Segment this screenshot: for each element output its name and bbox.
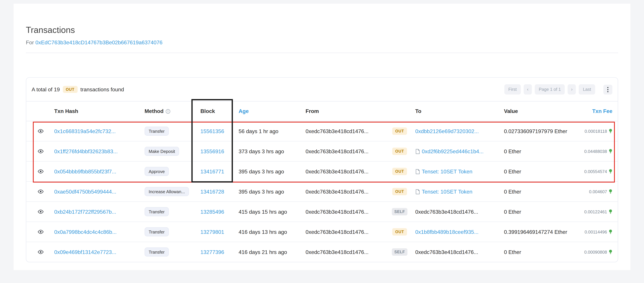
txn-hash-link[interactable]: 0xae50df4750b5499444... (54, 188, 116, 195)
method-badge: Transfer (144, 227, 169, 236)
method-badge: Transfer (144, 247, 169, 257)
document-icon (415, 169, 420, 174)
card-header: A total of 19 OUT transactions found Fir… (26, 78, 618, 102)
pagination-next-button[interactable]: › (568, 84, 576, 95)
info-circle-icon[interactable] (166, 109, 170, 114)
transactions-card: A total of 19 OUT transactions found Fir… (26, 77, 618, 262)
from-address: 0xedc763b3e418cd1476... (306, 229, 368, 235)
value-text: 0.027336097197979 Ether (504, 128, 567, 134)
kebab-menu-icon (607, 87, 609, 92)
view-transaction-button[interactable] (36, 168, 45, 175)
account-address-link[interactable]: 0xEdC763b3e418cD14767b3Be02b667619a63740… (36, 40, 162, 46)
direction-badge: OUT (392, 228, 407, 235)
header-age-sort-link[interactable]: Age (234, 108, 303, 114)
age-text: 416 days 13 hrs ago (239, 229, 287, 235)
eye-icon (38, 229, 44, 234)
green-bulb-icon (608, 129, 612, 134)
table-row: 0x1c668319a54e2fc732... Transfer 1556135… (26, 121, 618, 141)
direction-badge: OUT (392, 148, 407, 155)
page-root: Transactions For 0xEdC763b3e418cD14767b3… (0, 0, 644, 283)
more-options-button[interactable] (604, 84, 612, 94)
to-address-link[interactable]: 0xdbb2126e69d7320302... (415, 128, 479, 134)
document-icon (415, 189, 420, 194)
content-surface: Transactions For 0xEdC763b3e418cD14767b3… (14, 4, 630, 270)
table-row: 0xb24b172f722ff29567b... Transfer 132854… (26, 202, 618, 222)
pagination-prev-button[interactable]: ‹ (524, 84, 532, 95)
page-subtitle: For 0xEdC763b3e418cD14767b3Be02b667619a6… (26, 40, 618, 46)
pagination: First ‹ Page 1 of 1 › Last (504, 84, 612, 95)
view-transaction-button[interactable] (36, 148, 45, 155)
direction-badge: OUT (392, 188, 407, 195)
method-badge: Increase Allowan... (144, 187, 189, 196)
subtitle-prefix: For (26, 40, 34, 46)
table-header-row: Txn Hash Method Block Age From To (26, 102, 618, 121)
value-text: 0 Ether (504, 249, 521, 255)
pagination-first-button[interactable]: First (504, 84, 521, 95)
block-link[interactable]: 13279801 (200, 229, 224, 235)
header-method-label: Method (144, 108, 164, 114)
view-transaction-button[interactable] (36, 128, 45, 134)
page-title: Transactions (26, 25, 618, 35)
block-link[interactable]: 13277396 (200, 249, 224, 255)
from-address: 0xedc763b3e418cd1476... (306, 188, 368, 195)
method-badge: Make Deposit (144, 147, 179, 156)
eye-icon (38, 189, 44, 194)
header-block: Block (196, 108, 234, 114)
page-header: Transactions For 0xEdC763b3e418cD14767b3… (14, 4, 630, 53)
txn-hash-link[interactable]: 0x1ff276fd4bbf32623b83... (54, 148, 118, 154)
age-text: 416 days 21 hrs ago (239, 249, 287, 255)
to-address-link[interactable]: 0xd2f6b9225ed446c1b4... (422, 148, 484, 154)
block-link[interactable]: 13285496 (200, 209, 224, 215)
view-transaction-button[interactable] (36, 229, 45, 235)
view-transaction-button[interactable] (36, 188, 45, 195)
txn-hash-link[interactable]: 0x1c668319a54e2fc732... (54, 128, 116, 134)
txn-hash-link[interactable]: 0x09e469bf13142e7723... (54, 249, 116, 255)
block-link[interactable]: 15561356 (200, 128, 224, 134)
results-summary: A total of 19 OUT transactions found (32, 86, 124, 93)
to-address-link[interactable]: 0xedc763b3e418cd1476... (415, 209, 478, 215)
header-divider (26, 53, 618, 53)
age-text: 56 days 1 hr ago (239, 128, 278, 134)
to-address-link[interactable]: Tenset: 10SET Token (422, 188, 472, 195)
txn-fee-text: 0.004607 (589, 189, 607, 194)
eye-icon (38, 209, 44, 214)
txn-fee-text: 0.00090808 (584, 250, 607, 254)
txn-fee-text: 0.00122461 (584, 209, 607, 214)
header-txn-fee-link[interactable]: Txn Fee (577, 108, 612, 114)
direction-badge: SELF (392, 208, 407, 215)
txn-fee-text: 0.00114496 (585, 229, 607, 234)
summary-suffix-text: transactions found (80, 86, 124, 93)
table-row: 0x054bbb9fbb855bf23f7... Approve 1341677… (26, 161, 618, 182)
value-text: 0 Ether (504, 188, 521, 195)
value-text: 0 Ether (504, 168, 521, 175)
view-transaction-button[interactable] (36, 208, 45, 215)
summary-direction-badge: OUT (63, 86, 78, 93)
to-address-link[interactable]: 0xedc763b3e418cd1476... (415, 249, 478, 255)
age-text: 373 days 3 hrs ago (239, 148, 284, 154)
value-text: 0 Ether (504, 209, 521, 215)
txn-hash-link[interactable]: 0xb24b172f722ff29567b... (54, 209, 116, 215)
txn-hash-link[interactable]: 0x054bbb9fbb855bf23f7... (54, 168, 116, 175)
to-address-link[interactable]: Tenset: 10SET Token (422, 168, 472, 175)
green-bulb-icon (608, 229, 612, 234)
eye-icon (38, 129, 44, 134)
block-link[interactable]: 13556916 (200, 148, 224, 154)
block-link[interactable]: 13416771 (200, 168, 224, 175)
pagination-current-page: Page 1 of 1 (535, 84, 565, 95)
block-link[interactable]: 13416728 (200, 188, 224, 195)
txn-fee-text: 0.00554574 (584, 169, 607, 174)
txn-fee-text: 0.00018118 (585, 129, 607, 134)
table-row: 0x1ff276fd4bbf32623b83... Make Deposit 1… (26, 141, 618, 161)
method-badge: Approve (144, 167, 169, 176)
txn-hash-link[interactable]: 0x0a7998bc4dc4c4c86b... (54, 229, 116, 235)
pagination-last-button[interactable]: Last (579, 84, 595, 95)
from-address: 0xedc763b3e418cd1476... (306, 148, 368, 154)
view-transaction-button[interactable] (36, 249, 45, 255)
to-address-link[interactable]: 0x1b8fbb489b18ceef935... (415, 229, 478, 235)
table-row: 0xae50df4750b5499444... Increase Allowan… (26, 182, 618, 202)
method-badge: Transfer (144, 127, 169, 136)
value-text: 0.399196469147274 Ether (504, 229, 567, 235)
header-to: To (413, 108, 502, 114)
from-address: 0xedc763b3e418cd1476... (306, 249, 368, 255)
from-address: 0xedc763b3e418cd1476... (306, 168, 368, 175)
